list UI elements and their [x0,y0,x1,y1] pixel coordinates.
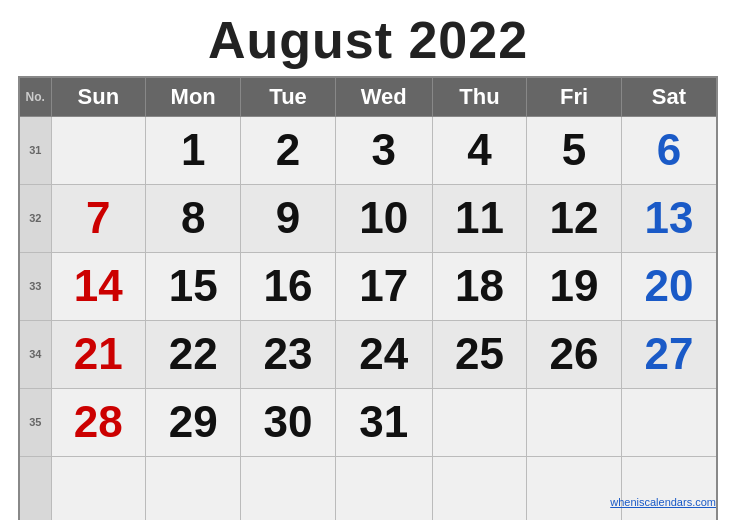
calendar-day [432,389,527,457]
calendar-day [621,389,717,457]
calendar-day [335,457,432,521]
day-header-wed: Wed [335,77,432,117]
week-number [19,457,51,521]
header-row: No. SunMonTueWedThuFriSat [19,77,717,117]
week-no-header: No. [19,77,51,117]
calendar-day [527,389,622,457]
day-header-sat: Sat [621,77,717,117]
day-header-sun: Sun [51,77,146,117]
calendar-day: 8 [146,185,241,253]
calendar-day: 16 [241,253,336,321]
day-header-fri: Fri [527,77,622,117]
calendar-day: 29 [146,389,241,457]
calendar-week-row: 3421222324252627 [19,321,717,389]
calendar-day: 2 [241,117,336,185]
calendar-day: 6 [621,117,717,185]
calendar-title: August 2022 [18,10,718,70]
week-number: 32 [19,185,51,253]
calendar-day: 15 [146,253,241,321]
calendar-day: 17 [335,253,432,321]
calendar-week-row: 3314151617181920 [19,253,717,321]
calendar-day [621,457,717,521]
day-header-mon: Mon [146,77,241,117]
calendar-day [241,457,336,521]
week-number: 35 [19,389,51,457]
calendar-week-row [19,457,717,521]
calendar-day: 14 [51,253,146,321]
calendar-day: 23 [241,321,336,389]
calendar-table: No. SunMonTueWedThuFriSat 31123456327891… [18,76,718,520]
calendar-day: 26 [527,321,622,389]
calendar-day [51,117,146,185]
calendar-day: 4 [432,117,527,185]
calendar-day: 5 [527,117,622,185]
calendar-day: 18 [432,253,527,321]
calendar-day: 10 [335,185,432,253]
week-number: 34 [19,321,51,389]
calendar-day: 27 [621,321,717,389]
calendar-day: 30 [241,389,336,457]
calendar-day [432,457,527,521]
calendar-day: 28 [51,389,146,457]
calendar-day: 19 [527,253,622,321]
watermark: wheniscalendars.com [610,496,716,508]
calendar-day: 25 [432,321,527,389]
calendar-day [51,457,146,521]
calendar-day [146,457,241,521]
calendar-container: August 2022 No. SunMonTueWedThuFriSat 31… [18,10,718,520]
calendar-day: 3 [335,117,432,185]
calendar-day: 24 [335,321,432,389]
calendar-day: 22 [146,321,241,389]
calendar-day: 1 [146,117,241,185]
week-number: 33 [19,253,51,321]
calendar-week-row: 3528293031 [19,389,717,457]
week-number: 31 [19,117,51,185]
calendar-week-row: 31123456 [19,117,717,185]
calendar-day: 13 [621,185,717,253]
calendar-day: 9 [241,185,336,253]
calendar-day: 7 [51,185,146,253]
calendar-day: 12 [527,185,622,253]
calendar-week-row: 3278910111213 [19,185,717,253]
day-header-tue: Tue [241,77,336,117]
calendar-day: 31 [335,389,432,457]
calendar-day: 11 [432,185,527,253]
calendar-day: 21 [51,321,146,389]
calendar-day [527,457,622,521]
day-header-thu: Thu [432,77,527,117]
calendar-day: 20 [621,253,717,321]
